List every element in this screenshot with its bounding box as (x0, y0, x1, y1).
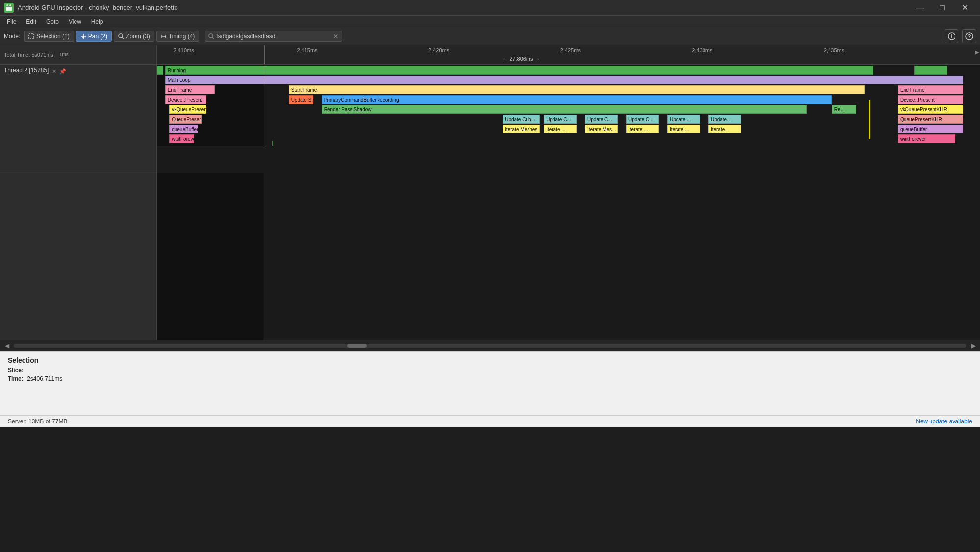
pan-icon (80, 33, 86, 39)
flame-start-frame[interactable]: Start Frame (289, 85, 865, 94)
search-container: ✕ (205, 31, 342, 42)
flame-renderpass[interactable]: Render Pass Shadow (322, 105, 807, 114)
flame-waitforever-2[interactable]: waitForever (898, 134, 955, 143)
flame-iterate-2[interactable]: Iterate ... (626, 125, 659, 133)
menu-item-edit[interactable]: Edit (21, 16, 41, 27)
selection-time-row: Time: 2s406.711ms (8, 375, 972, 382)
app-icon (4, 3, 14, 13)
timeline-total-time: Total Time: 5s071ms 1ms (0, 45, 157, 64)
scroll-thumb[interactable] (347, 344, 367, 348)
selection-title: Selection (8, 356, 972, 364)
indicator-mark (869, 100, 870, 139)
flame-chart-container[interactable]: Running Main Loop End Frame Start Frame … (157, 65, 980, 173)
minimize-button[interactable]: — (908, 0, 931, 16)
toolbar: Mode: Selection (1) Pan (2) Zoom (3) Tim… (0, 27, 980, 45)
scroll-right-button[interactable]: ▶ (968, 341, 978, 351)
mode-pan[interactable]: Pan (2) (76, 31, 112, 42)
timing-icon (161, 33, 167, 39)
ruler-scroll-arrow[interactable]: ▶ (975, 49, 979, 55)
menu-item-goto[interactable]: Goto (41, 16, 64, 27)
status-bar: Server: 13MB of 77MB New update availabl… (0, 415, 980, 427)
flame-waitforever-1[interactable]: waitForever (169, 134, 194, 143)
thread-track-area[interactable]: Running Main Loop End Frame Start Frame … (157, 65, 980, 340)
thread-name: Thread 2 [15785] (4, 67, 49, 74)
svg-rect-4 (29, 34, 34, 39)
svg-line-6 (122, 37, 124, 39)
mode-label: Mode: (4, 33, 20, 40)
ruler-mark-5: 2,435ms (824, 47, 844, 53)
flame-update-c-2[interactable]: Update C... (585, 115, 618, 124)
selection-range: ← 27.806ms → (503, 56, 540, 62)
flame-running[interactable]: Running (165, 66, 873, 75)
empty-track-area (157, 173, 980, 340)
title-bar: Android GPU Inspector - chonky_bender_vu… (0, 0, 980, 16)
flame-end-frame-1[interactable]: End Frame (165, 85, 215, 94)
menu-item-help[interactable]: Help (86, 16, 108, 27)
scroll-left-button[interactable]: ◀ (2, 341, 12, 351)
flame-queuepresent-1[interactable]: QueuePresentKHR (169, 115, 202, 124)
window-controls: — □ ✕ (908, 0, 976, 16)
timeline-ruler[interactable]: 2,410ms 2,415ms 2,420ms 2,425ms 2,430ms … (157, 45, 980, 64)
thread-label-row-0: Thread 2 [15785] ✕ 📌 (0, 65, 156, 173)
ruler-mark-4: 2,430ms (692, 47, 712, 53)
flame-iterate-1[interactable]: Iterate ... (544, 125, 577, 133)
flame-re[interactable]: Re... (832, 105, 856, 114)
flame-update-cub[interactable]: Update Cub... (503, 115, 540, 124)
svg-text:i: i (951, 34, 953, 39)
flame-running-right[interactable] (914, 66, 947, 75)
update-link[interactable]: New update available (916, 418, 972, 425)
flame-device-present-2[interactable]: Device::Present (898, 95, 963, 104)
flame-queuebuffer-2[interactable]: queueBuffer (898, 125, 963, 133)
search-icon (208, 33, 214, 39)
thread-area: Thread 2 [15785] ✕ 📌 Running Main Loop E… (0, 65, 980, 340)
svg-text:?: ? (968, 33, 971, 39)
menu-item-file[interactable]: File (2, 16, 21, 27)
mode-zoom[interactable]: Zoom (3) (114, 31, 154, 42)
mode-timing[interactable]: Timing (4) (156, 31, 200, 42)
search-input[interactable] (216, 33, 333, 40)
flame-update-c-1[interactable]: Update C... (544, 115, 577, 124)
flame-primary-cmd[interactable]: PrimaryCommandBufferRecording (322, 95, 832, 104)
flame-update-1[interactable]: Update ... (667, 115, 700, 124)
selection-slice-row: Slice: (8, 367, 972, 374)
svg-line-11 (212, 37, 214, 39)
selection-panel: Selection Slice: Time: 2s406.711ms (0, 351, 980, 415)
flame-update-2[interactable]: Update... (708, 115, 741, 124)
flame-update-s[interactable]: Update S... (289, 95, 313, 104)
empty-selection-overlay (157, 173, 264, 340)
info-button[interactable]: i (945, 29, 958, 43)
help-button[interactable]: ? (962, 29, 976, 43)
info-icon: i (948, 32, 955, 40)
flame-small-green[interactable] (157, 66, 163, 75)
close-button[interactable]: ✕ (954, 0, 976, 16)
svg-point-3 (9, 4, 11, 6)
ruler-mark-2: 2,420ms (428, 47, 449, 53)
search-clear-button[interactable]: ✕ (333, 32, 339, 40)
thread-pin-button[interactable]: 📌 (59, 68, 66, 75)
flame-queuepresent-2[interactable]: QueuePresentKHR (898, 115, 963, 124)
server-info: Server: 13MB of 77MB (8, 418, 67, 425)
menu-item-view[interactable]: View (64, 16, 86, 27)
zoom-icon (118, 33, 124, 39)
flame-iterate-mes[interactable]: Iterate Mes... (585, 125, 618, 133)
scroll-track[interactable] (14, 344, 966, 348)
timeline-header: Total Time: 5s071ms 1ms 2,410ms 2,415ms … (0, 45, 980, 65)
flame-iterate-3[interactable]: Iterate ... (667, 125, 700, 133)
svg-point-5 (119, 34, 123, 38)
flame-update-c-3[interactable]: Update C... (626, 115, 659, 124)
mode-selection[interactable]: Selection (1) (24, 31, 74, 42)
empty-lower (157, 146, 980, 173)
thread-collapse-button[interactable]: ✕ (50, 68, 57, 75)
flame-iterate-4[interactable]: Iterate... (708, 125, 741, 133)
maximize-button[interactable]: □ (931, 0, 954, 16)
flame-vkqueue-1[interactable]: vkQueuePresentKHR (169, 105, 206, 114)
horizontal-scrollbar[interactable]: ◀ ▶ (0, 340, 980, 351)
flame-end-frame-2[interactable]: End Frame (898, 85, 963, 94)
flame-device-present-1[interactable]: Device::Present (165, 95, 206, 104)
flame-main-loop[interactable]: Main Loop (165, 76, 964, 84)
flame-vkqueue-2[interactable]: vkQueuePresentKHR (898, 105, 963, 114)
flame-queuebuffer-1[interactable]: queueBuffer (169, 125, 198, 133)
flame-iterate-meshes[interactable]: Iterate Meshes (503, 125, 540, 133)
ruler-mark-0: 2,410ms (174, 47, 194, 53)
window-title: Android GPU Inspector - chonky_bender_vu… (18, 4, 908, 11)
